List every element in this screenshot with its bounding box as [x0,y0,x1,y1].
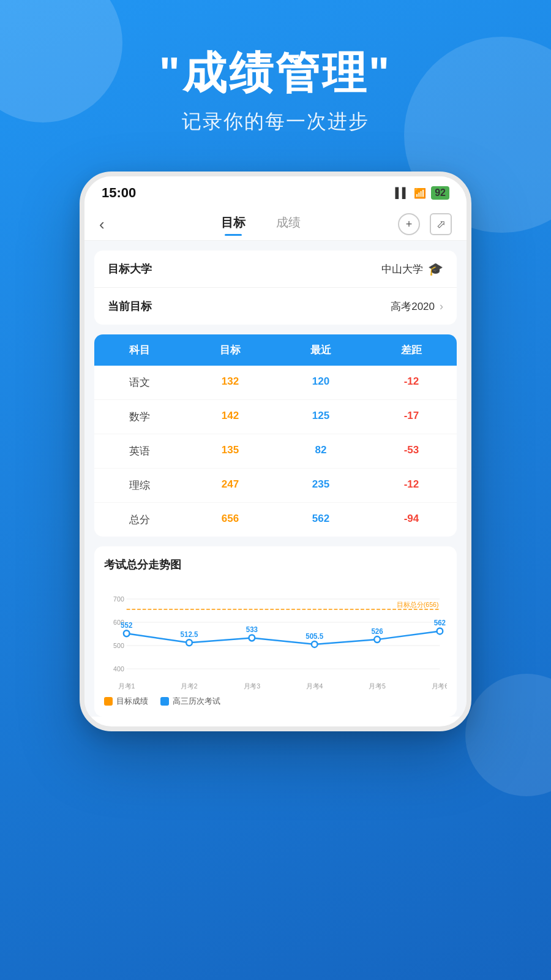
svg-text:月考3: 月考3 [244,682,261,690]
cell-diff: -53 [366,444,457,458]
svg-point-25 [437,628,443,634]
university-label: 目标大学 [108,262,152,276]
bg-decoration-3 [465,674,551,796]
legend-item: 目标成绩 [104,696,148,707]
cell-target: 135 [185,444,276,458]
svg-point-13 [186,639,192,646]
tab-score[interactable]: 成绩 [276,214,301,235]
svg-point-16 [249,635,255,641]
legend-color [160,697,169,706]
hero-subtitle: 记录你的每一次进步 [0,108,551,135]
chart-card: 考试总分走势图 400500600700目标总分(656)552月考1512.5… [94,546,457,717]
cell-recent: 562 [276,513,366,527]
battery-indicator: 92 [431,186,449,200]
cell-target: 142 [185,410,276,424]
svg-text:月考2: 月考2 [181,682,198,690]
header-subject: 科目 [94,343,185,357]
svg-text:月考4: 月考4 [306,682,323,690]
svg-text:月考1: 月考1 [118,682,135,690]
svg-text:526: 526 [371,627,383,635]
add-button[interactable]: + [398,213,420,235]
legend-item: 高三历次考试 [160,696,220,707]
svg-text:500: 500 [113,642,124,649]
svg-point-22 [374,636,380,643]
svg-text:533: 533 [246,625,258,633]
table-row: 总分 656 562 -94 [94,503,457,537]
info-card: 目标大学 中山大学 🎓 当前目标 高考2020 › [94,251,457,325]
table-row: 数学 142 125 -17 [94,400,457,434]
cell-recent: 82 [276,444,366,458]
chart-title: 考试总分走势图 [104,557,447,572]
cell-diff: -17 [366,410,457,424]
svg-text:目标总分(656): 目标总分(656) [397,601,438,608]
phone-mockup: 15:00 ▌▌ 📶 92 ‹ 目标 成绩 + ⬀ [80,172,471,731]
svg-text:月考5: 月考5 [369,682,386,690]
svg-text:月考6: 月考6 [432,682,447,690]
svg-text:505.5: 505.5 [305,632,323,640]
status-bar: 15:00 ▌▌ 📶 92 [84,176,467,206]
svg-text:700: 700 [113,595,124,603]
table-row: 语文 132 120 -12 [94,366,457,400]
content-area: 目标大学 中山大学 🎓 当前目标 高考2020 › 科目 [84,241,467,717]
table-row: 理综 247 235 -12 [94,469,457,503]
legend-label: 目标成绩 [116,696,148,707]
nav-actions: + ⬀ [398,213,452,235]
cell-target: 132 [185,375,276,390]
back-button[interactable]: ‹ [99,215,124,234]
cell-recent: 120 [276,375,366,390]
svg-text:562: 562 [434,619,446,627]
legend-color [104,697,113,706]
score-table: 科目 目标 最近 差距 语文 132 120 -12 数学 142 125 -1… [94,334,457,537]
header-diff: 差距 [366,343,457,357]
cell-diff: -12 [366,375,457,390]
svg-text:400: 400 [113,665,124,673]
goal-row[interactable]: 当前目标 高考2020 › [94,288,457,325]
goal-value: 高考2020 › [391,300,443,314]
goal-label: 当前目标 [108,299,152,314]
header-target: 目标 [185,343,276,357]
signal-icon: ▌▌ [395,187,410,198]
cell-subject: 理综 [94,478,185,492]
legend-label: 高三历次考试 [173,696,220,707]
university-value: 中山大学 🎓 [381,262,443,276]
cell-target: 247 [185,478,276,492]
cell-recent: 235 [276,478,366,492]
cell-subject: 英语 [94,444,185,458]
svg-point-19 [312,641,318,647]
wifi-icon: 📶 [414,187,426,199]
tab-target[interactable]: 目标 [221,214,246,235]
table-body: 语文 132 120 -12 数学 142 125 -17 英语 135 82 … [94,366,457,537]
chevron-right-icon: › [440,300,443,313]
cell-recent: 125 [276,410,366,424]
table-row: 英语 135 82 -53 [94,434,457,469]
status-time: 15:00 [102,185,136,201]
nav-bar: ‹ 目标 成绩 + ⬀ [84,206,467,241]
share-button[interactable]: ⬀ [430,213,452,235]
cell-diff: -94 [366,513,457,527]
phone-frame: 15:00 ▌▌ 📶 92 ‹ 目标 成绩 + ⬀ [80,172,471,731]
cell-target: 656 [185,513,276,527]
hero-title: "成绩管理" [0,49,551,97]
nav-tabs: 目标 成绩 [124,214,398,235]
chart-area: 400500600700目标总分(656)552月考1512.5月考2533月考… [104,581,447,691]
university-row: 目标大学 中山大学 🎓 [94,251,457,288]
svg-text:552: 552 [121,621,133,629]
goal-name: 高考2020 [391,300,435,314]
cell-subject: 总分 [94,513,185,527]
chart-svg: 400500600700目标总分(656)552月考1512.5月考2533月考… [104,581,447,691]
status-icons: ▌▌ 📶 92 [395,186,449,200]
university-name: 中山大学 [381,262,423,276]
header-recent: 最近 [276,343,366,357]
hero-section: "成绩管理" 记录你的每一次进步 [0,49,551,135]
cell-diff: -12 [366,478,457,492]
cell-subject: 语文 [94,375,185,390]
chart-legend: 目标成绩高三历次考试 [104,696,447,707]
svg-point-10 [124,630,130,636]
svg-text:512.5: 512.5 [181,630,198,638]
table-header: 科目 目标 最近 差距 [94,334,457,366]
university-icon: 🎓 [428,262,443,276]
cell-subject: 数学 [94,410,185,424]
